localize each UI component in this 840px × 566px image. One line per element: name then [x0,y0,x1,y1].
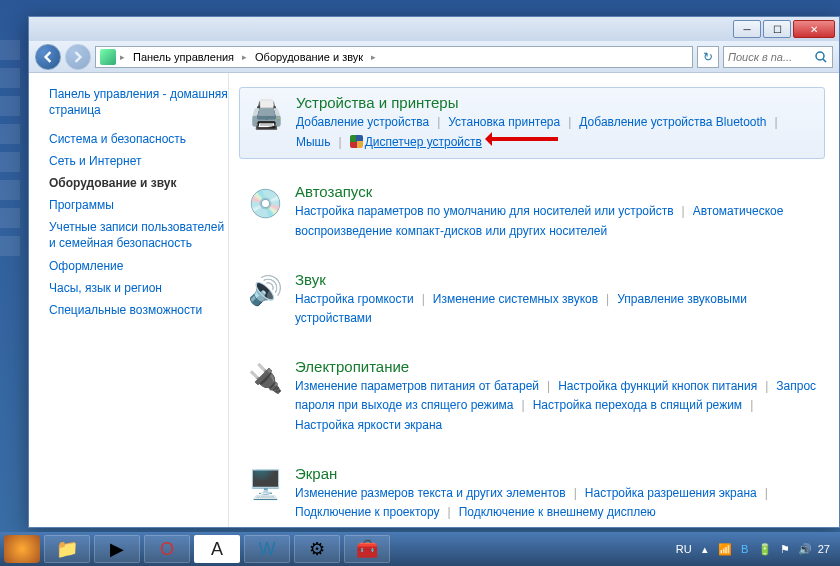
tray-network-icon[interactable]: 📶 [718,542,732,556]
category-title[interactable]: Экран [295,465,819,482]
category: 🖨️Устройства и принтерыДобавление устрой… [239,87,825,159]
category: 💿АвтозапускНастройка параметров по умолч… [239,177,825,246]
category-links: Изменение размеров текста и других элеме… [295,484,819,522]
sidebar-item[interactable]: Учетные записи пользователей и семейная … [49,216,228,255]
start-button[interactable] [4,535,40,563]
breadcrumb-part[interactable]: Оборудование и звук [251,51,367,63]
taskbar: 📁 ▶ O A W ⚙ 🧰 RU ▴ 📶 B 🔋 ⚑ 🔊 27 [0,532,840,566]
main-content: 🖨️Устройства и принтерыДобавление устрой… [229,73,839,527]
breadcrumb[interactable]: ▸ Панель управления ▸ Оборудование и зву… [95,46,693,68]
tray-flag-icon[interactable]: ⚑ [778,542,792,556]
chevron-right-icon: ▸ [371,52,376,62]
category-links: Изменение параметров питания от батарей|… [295,377,819,435]
category-icon: 💿 [245,183,285,223]
sidebar-item[interactable]: Специальные возможности [49,299,228,321]
sidebar-item[interactable]: Программы [49,194,228,216]
titlebar: ─ ☐ ✕ [29,17,839,41]
category-title[interactable]: Устройства и принтеры [296,94,818,111]
category-icon: 🔊 [245,271,285,311]
breadcrumb-part[interactable]: Панель управления [129,51,238,63]
tray-lang[interactable]: RU [676,543,692,555]
minimize-button[interactable]: ─ [733,20,761,38]
taskbar-app[interactable]: A [194,535,240,563]
sidebar-item[interactable]: Оформление [49,255,228,277]
category-link[interactable]: Изменение параметров питания от батарей [295,379,539,393]
tray-battery-icon[interactable]: 🔋 [758,542,772,556]
category: 🔊ЗвукНастройка громкости|Изменение систе… [239,265,825,334]
category-icon: 🖨️ [246,94,286,134]
category: 🔌ЭлектропитаниеИзменение параметров пита… [239,352,825,441]
control-panel-window: ─ ☐ ✕ ▸ Панель управления ▸ Оборудование… [28,16,840,528]
category-link[interactable]: Мышь [296,135,331,149]
category-title[interactable]: Звук [295,271,819,288]
category: 🖥️ЭкранИзменение размеров текста и други… [239,459,825,527]
arrow-left-icon [42,51,54,63]
category-title[interactable]: Автозапуск [295,183,819,200]
search-input[interactable] [728,51,808,63]
svg-point-0 [816,52,824,60]
search-icon [814,50,828,64]
category-link[interactable]: Настройка яркости экрана [295,418,442,432]
category-link[interactable]: Настройка разрешения экрана [585,486,757,500]
annotation-arrow [478,132,558,146]
tray-volume-icon[interactable]: 🔊 [798,542,812,556]
category-link[interactable]: Добавление устройства Bluetooth [579,115,766,129]
chevron-right-icon: ▸ [242,52,247,62]
category-link[interactable]: Установка принтера [448,115,560,129]
control-panel-icon [100,49,116,65]
category-links: Настройка громкости|Изменение системных … [295,290,819,328]
sidebar-item[interactable]: Оборудование и звук [49,172,228,194]
sidebar-item[interactable]: Система и безопасность [49,128,228,150]
shield-icon [350,135,363,148]
system-tray: RU ▴ 📶 B 🔋 ⚑ 🔊 27 [676,542,836,556]
back-button[interactable] [35,44,61,70]
category-link[interactable]: Подключение к внешнему дисплею [459,505,656,519]
category-link[interactable]: Диспетчер устройств [365,135,482,149]
category-links: Добавление устройства|Установка принтера… [296,113,818,152]
tray-up-icon[interactable]: ▴ [698,542,712,556]
close-button[interactable]: ✕ [793,20,835,38]
maximize-button[interactable]: ☐ [763,20,791,38]
taskbar-opera[interactable]: O [144,535,190,563]
category-title[interactable]: Электропитание [295,358,819,375]
taskbar-controlpanel[interactable]: ⚙ [294,535,340,563]
taskbar-toolbox[interactable]: 🧰 [344,535,390,563]
category-link[interactable]: Настройка громкости [295,292,414,306]
search-box[interactable] [723,46,833,68]
category-link[interactable]: Изменение системных звуков [433,292,598,306]
navbar: ▸ Панель управления ▸ Оборудование и зву… [29,41,839,73]
tray-time[interactable]: 27 [818,543,830,555]
category-link[interactable]: Добавление устройства [296,115,429,129]
taskbar-explorer[interactable]: 📁 [44,535,90,563]
forward-button[interactable] [65,44,91,70]
category-link[interactable]: Подключение к проектору [295,505,440,519]
sidebar-item[interactable]: Сеть и Интернет [49,150,228,172]
tray-bluetooth-icon[interactable]: B [738,542,752,556]
desktop-icons [0,0,28,530]
category-link[interactable]: Настройка перехода в спящий режим [533,398,742,412]
sidebar: Панель управления - домашняя страница Си… [29,73,229,527]
taskbar-mediaplayer[interactable]: ▶ [94,535,140,563]
sidebar-item[interactable]: Часы, язык и регион [49,277,228,299]
refresh-button[interactable]: ↻ [697,46,719,68]
taskbar-word[interactable]: W [244,535,290,563]
category-links: Настройка параметров по умолчанию для но… [295,202,819,240]
category-link[interactable]: Настройка функций кнопок питания [558,379,757,393]
sidebar-home[interactable]: Панель управления - домашняя страница [49,87,228,118]
category-icon: 🖥️ [245,465,285,505]
chevron-right-icon: ▸ [120,52,125,62]
category-icon: 🔌 [245,358,285,398]
arrow-right-icon [72,51,84,63]
category-link[interactable]: Настройка параметров по умолчанию для но… [295,204,674,218]
category-link[interactable]: Изменение размеров текста и других элеме… [295,486,566,500]
